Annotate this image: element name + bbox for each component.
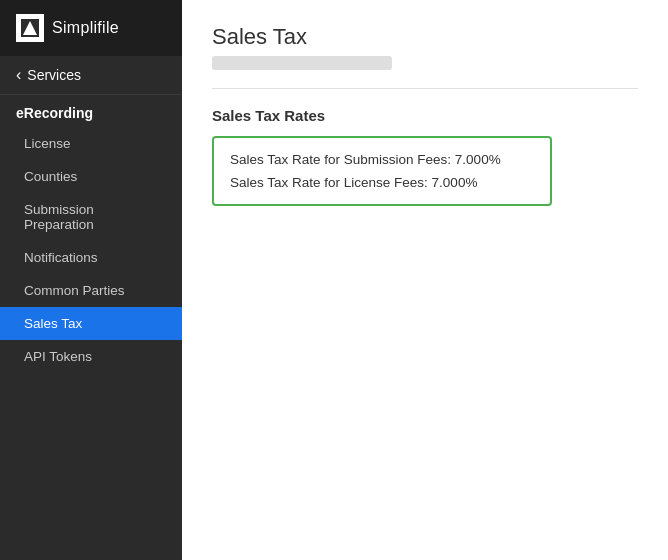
back-label: Services	[27, 67, 81, 83]
tax-rate-submission: Sales Tax Rate for Submission Fees: 7.00…	[230, 152, 534, 167]
sidebar-item-license[interactable]: License	[0, 127, 182, 160]
sidebar-item-sales-tax[interactable]: Sales Tax	[0, 307, 182, 340]
sidebar: Simplifile ‹ Services eRecording License…	[0, 0, 182, 560]
sidebar-item-common-parties[interactable]: Common Parties	[0, 274, 182, 307]
sidebar-item-notifications[interactable]: Notifications	[0, 241, 182, 274]
sidebar-item-submission-preparation[interactable]: Submission Preparation	[0, 193, 182, 241]
tax-rate-license: Sales Tax Rate for License Fees: 7.000%	[230, 175, 534, 190]
logo-area: Simplifile	[0, 0, 182, 56]
sidebar-item-counties[interactable]: Counties	[0, 160, 182, 193]
main-content: Sales Tax Sales Tax Rates Sales Tax Rate…	[182, 0, 668, 560]
logo-text: Simplifile	[52, 19, 119, 37]
tax-rates-box: Sales Tax Rate for Submission Fees: 7.00…	[212, 136, 552, 206]
sidebar-section-header: eRecording	[0, 95, 182, 127]
sidebar-item-api-tokens[interactable]: API Tokens	[0, 340, 182, 373]
page-title: Sales Tax	[212, 24, 638, 50]
section-divider	[212, 88, 638, 89]
subtitle-blurred	[212, 56, 392, 70]
logo-icon	[16, 14, 44, 42]
back-button[interactable]: ‹ Services	[0, 56, 182, 95]
back-arrow-icon: ‹	[16, 66, 21, 84]
section-title: Sales Tax Rates	[212, 107, 638, 124]
